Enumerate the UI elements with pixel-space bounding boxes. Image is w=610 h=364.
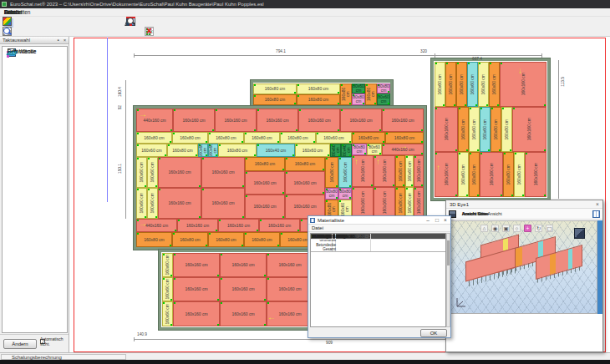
plan-panel[interactable]: 160x80 cm (280, 132, 316, 144)
plan-panel[interactable]: 160x80 cm (395, 155, 405, 187)
window-titlebar[interactable]: EuroSchal.net® 2023 – C:\Users\rh\OneDri… (0, 0, 610, 8)
plan-panel[interactable]: 160x80 cm (244, 132, 280, 144)
eye-icon[interactable]: ◉ (491, 225, 499, 232)
3d-window-titlebar[interactable]: 3D Eye1 × (446, 200, 602, 209)
plan-panel[interactable]: 160x160 cm (173, 109, 215, 132)
plan-panel[interactable]: 160x60 cm (316, 132, 352, 144)
plan-panel[interactable]: 160x80 cm (167, 144, 198, 157)
plan-panel[interactable]: 160x80 cm (340, 83, 352, 105)
plan-panel[interactable]: 160x160 cm (173, 301, 220, 326)
plan-panel[interactable]: 160x80 cm (172, 132, 208, 144)
layers-icon[interactable] (3, 17, 12, 26)
plan-panel[interactable]: 160x80 cm (253, 94, 297, 105)
zoomb-icon[interactable] (3, 27, 12, 36)
plan-panel[interactable]: 160x80 cm (503, 152, 514, 197)
plan-panel[interactable]: 160x160 cm (298, 109, 340, 132)
plan-panel[interactable]: 160x160 cm (218, 219, 259, 232)
ok-button[interactable]: OK (420, 329, 447, 337)
plan-panel[interactable]: 160x60 cm (338, 157, 352, 188)
plan-panel[interactable]: 160x160 cm (177, 219, 218, 232)
plan-panel[interactable]: 160x160 cm (500, 62, 546, 107)
plan-panel[interactable]: 160x160 cm (201, 157, 245, 188)
menu-hilfe[interactable]: Hilfe (0, 8, 19, 17)
plan-panel[interactable]: 80x80 cm (352, 144, 367, 155)
plan-panel[interactable]: 160x160 cm (257, 109, 298, 132)
plan-panel[interactable]: 160x60 cm (162, 253, 173, 277)
zoom-icon[interactable] (126, 17, 135, 26)
plan-panel[interactable]: 160x80 cm (253, 83, 297, 94)
viewport-scroll-strip[interactable] (597, 220, 602, 314)
plan-panel[interactable]: 160x80 cm (136, 132, 172, 144)
table-scrollbar[interactable] (446, 233, 450, 327)
plan-panel[interactable]: 160x60 cm (435, 62, 445, 107)
plan-panel[interactable]: 160x60 cm (469, 107, 480, 152)
plan-panel[interactable]: 160x160 cm (414, 155, 424, 187)
plan-panel[interactable]: 160x160 cm (267, 277, 313, 301)
delx-icon[interactable]: × (145, 27, 154, 36)
pan-icon[interactable]: + (524, 225, 531, 232)
plan-panel[interactable]: 160x60 cm (147, 188, 158, 219)
scrollbar-thumb[interactable] (447, 240, 450, 265)
plan-panel[interactable]: 160x160 cm (220, 277, 267, 301)
sidebar-header[interactable]: Taktauswahl ▪ × (0, 37, 69, 44)
plan-panel[interactable]: 160x60 cm (162, 277, 173, 301)
plan-panel[interactable]: 80x60 cm (352, 83, 365, 94)
plan-panel[interactable]: 160x160 cm (220, 301, 267, 326)
plan-panel[interactable]: 80x80 cm (352, 94, 365, 105)
plan-panel[interactable]: 160x80 cm (208, 132, 244, 144)
material-table[interactable]: ArtikelnummerBezeichnungVorhaltungGebäud… (310, 233, 446, 327)
plan-panel[interactable]: 160x160 cm (512, 107, 546, 152)
plan-panel[interactable]: 160x80 cm (136, 232, 172, 247)
plan-panel[interactable]: 160x80 cm (489, 62, 500, 107)
plan-panel[interactable]: 160x160 cm (525, 152, 546, 197)
maximize-icon[interactable]: □ (433, 216, 441, 225)
plan-panel[interactable]: 160x160 cm (158, 157, 201, 188)
plan-panel[interactable]: 160x60 cm (480, 107, 491, 152)
minimize-icon[interactable]: – (424, 216, 432, 225)
plan-panel[interactable]: 160x160 cm (215, 109, 257, 132)
plan-panel[interactable]: 160x60 cm (136, 144, 167, 157)
plan-panel[interactable]: 160x160 cm (220, 253, 267, 277)
close-icon[interactable]: × (593, 200, 602, 209)
plan-panel[interactable]: 160x160 cm (340, 109, 382, 132)
plan-panel[interactable]: 160x60 cm (405, 155, 414, 187)
plan-panel[interactable]: 160x60 cm (198, 144, 208, 157)
plan-panel[interactable]: 160x160 cm (201, 188, 245, 219)
3d-viewport[interactable]: ⌂◉▣○+↻▢ (448, 220, 597, 314)
close-icon[interactable]: × (62, 38, 68, 43)
plan-panel[interactable]: 80x60 cm (367, 144, 382, 155)
formwork-table-icon[interactable] (592, 210, 600, 218)
plan-panel[interactable]: 160x60 cm (458, 152, 469, 197)
plan-panel[interactable]: 160x80 cm (458, 107, 469, 152)
plan-panel[interactable]: 160x80 cm (208, 232, 244, 247)
dialog-titlebar[interactable]: Materialliste – □ × (308, 216, 450, 225)
plan-panel[interactable]: 160x160 cm (382, 109, 424, 132)
plan-panel[interactable]: 160x80 cm (172, 232, 208, 247)
zoom-window-icon[interactable]: ▣ (502, 225, 510, 232)
plan-panel[interactable]: 160x60 cm (136, 188, 147, 219)
plan-panel[interactable]: 160x60 cm (295, 144, 330, 157)
plan-panel[interactable]: 160x160 cm (267, 253, 313, 277)
plan-panel[interactable]: 160x80 cm (445, 62, 456, 107)
table-row[interactable]: 22-305-05MevaDec e.AL 160/160065 (311, 234, 445, 240)
plan-panel[interactable]: 160x160 cm (285, 171, 325, 195)
view-link-ansicht-seite[interactable]: Ansicht Seite (460, 209, 490, 220)
auto-visibility-option[interactable]: ✓ Automatisch sicht. (40, 337, 69, 346)
plan-panel[interactable]: 160x60 cm (136, 157, 147, 188)
plan-panel[interactable]: 160x80 cm (297, 83, 340, 94)
plan-panel[interactable]: 160x80 cm (352, 132, 385, 144)
plan-panel[interactable]: 160x160 cm (173, 277, 220, 301)
plan-panel[interactable]: 160x80 cm (297, 94, 340, 105)
plan-panel[interactable]: 160x80 cm (395, 187, 405, 219)
plan-panel[interactable]: 160x80 cm (218, 144, 257, 157)
plan-panel[interactable]: 160x60 cm (162, 301, 173, 326)
plan-panel[interactable]: 160x60 cm (467, 62, 478, 107)
materialliste-dialog[interactable]: Materialliste – □ × Datei ArtikelnummerB… (308, 215, 451, 338)
plan-panel[interactable]: 160x80 cm (245, 157, 285, 171)
plan-panel[interactable]: 80x80 cm (325, 188, 338, 200)
plan-panel[interactable]: 160x60 cm (208, 144, 218, 157)
plan-panel[interactable]: 80x40 cm (341, 144, 352, 157)
orbit-icon[interactable]: ↻ (535, 225, 542, 232)
plan-panel[interactable]: 160x80 cm (244, 232, 280, 247)
3d-viewer-window[interactable]: 3D Eye1 × Isometrische AnsichtAnsicht Ob… (445, 200, 603, 352)
